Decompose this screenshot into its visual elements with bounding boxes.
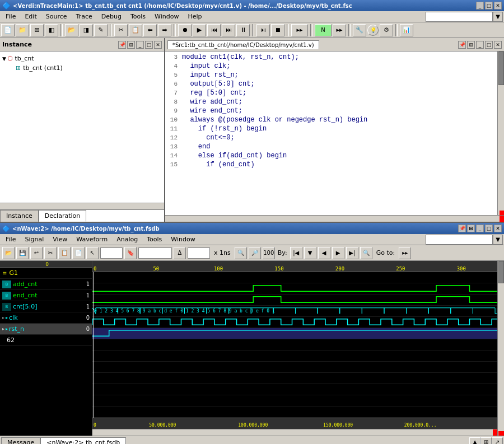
- wave-zoom-fit-btn[interactable]: 100: [263, 247, 275, 259]
- signal-clk[interactable]: ▸ ▸ clk 0: [0, 312, 92, 324]
- signal-rst-n[interactable]: ▸ ▸ rst_n 0: [0, 324, 92, 335]
- wave-search-wave-btn[interactable]: 🔍: [360, 247, 372, 259]
- wave-copy-btn[interactable]: 📋: [58, 247, 71, 259]
- menu-source[interactable]: Source: [41, 12, 72, 21]
- source-line-7[interactable]: 7 reg [5:0] cnt;: [166, 88, 496, 97]
- wave-menu-analog[interactable]: Analog: [112, 235, 142, 244]
- instance-panel-max[interactable]: □: [145, 41, 153, 49]
- wave-marker-val[interactable]: 0: [138, 247, 172, 259]
- menu-edit[interactable]: Edit: [20, 12, 41, 21]
- wave-cursor-val[interactable]: 0: [100, 247, 123, 259]
- instance-scrollbar-h[interactable]: [0, 203, 164, 209]
- source-tab-label[interactable]: *Src1:tb_cnt.tb_cnt(/home/IC/Desktop/myv…: [167, 40, 319, 49]
- source-line-5[interactable]: 5 input rst_n;: [166, 71, 496, 80]
- tab-declaration[interactable]: Declaration: [39, 210, 86, 222]
- menu-tools[interactable]: Tools: [126, 12, 150, 21]
- status-up-btn[interactable]: ▲: [469, 437, 480, 445]
- close-btn[interactable]: ✕: [494, 2, 502, 10]
- tree-root[interactable]: ▼ ⬡ tb_cnt: [2, 54, 162, 63]
- source-content[interactable]: 3module cnt1(clk, rst_n, cnt);4 input cl…: [165, 52, 497, 215]
- menu-trace[interactable]: Trace: [72, 12, 97, 21]
- source-panel-float[interactable]: ⊞: [467, 41, 475, 49]
- wave-menu-window[interactable]: Window: [166, 235, 199, 244]
- tb3-btn[interactable]: ⊞: [30, 24, 44, 36]
- tb21-btn[interactable]: ▸▸: [333, 24, 346, 36]
- tree-child-item[interactable]: ⊞ tb_cnt (cnt1): [2, 63, 162, 73]
- source-scrollbar-v[interactable]: [497, 52, 504, 215]
- wave-row-rstn[interactable]: [92, 328, 497, 339]
- instance-panel-float[interactable]: ⊞: [127, 41, 135, 49]
- wave-by-left-btn[interactable]: |◀: [290, 247, 302, 259]
- new-btn[interactable]: 📄: [1, 24, 15, 36]
- wave-zoom-in-btn[interactable]: 🔍: [235, 247, 247, 259]
- tab-instance[interactable]: Instance: [0, 210, 39, 222]
- tb19-btn[interactable]: ▸▸: [291, 24, 308, 36]
- source-line-4[interactable]: 4 input clk;: [166, 62, 496, 71]
- wave-scrollbar-v[interactable]: [497, 261, 504, 436]
- wave-row-cnt[interactable]: 0 1 2 3 4 5 6 7 8 9 a b c d e f 0 1 2 3 …: [92, 306, 497, 317]
- source-line-9[interactable]: 9 wire end_cnt;: [166, 106, 496, 115]
- tb5-btn[interactable]: 📂: [65, 24, 78, 36]
- source-panel-max[interactable]: □: [485, 41, 493, 49]
- tb18-btn[interactable]: ⏹: [271, 24, 284, 36]
- source-line-10[interactable]: 10 always @(posedge clk or negedge rst_n…: [166, 115, 496, 124]
- tb22-btn[interactable]: 🔧: [353, 24, 366, 36]
- source-line-8[interactable]: 8 wire add_cnt;: [166, 97, 496, 106]
- main-search-input[interactable]: [426, 12, 493, 22]
- wave-row-add-cnt[interactable]: [92, 283, 497, 295]
- signal-g1[interactable]: ≡ G1: [0, 268, 92, 279]
- tb9-btn[interactable]: 📋: [129, 24, 142, 36]
- wave-row-end-cnt[interactable]: [92, 295, 497, 306]
- tb10-btn[interactable]: ⬅: [143, 24, 157, 36]
- tb25-btn[interactable]: 📊: [400, 24, 413, 36]
- source-scrollbar-h[interactable]: [165, 215, 504, 222]
- wave-pin-btn[interactable]: 📌: [458, 225, 466, 232]
- tb17-btn[interactable]: ⏯: [256, 24, 270, 36]
- wave-maximize-btn[interactable]: □: [485, 225, 493, 232]
- source-line-13[interactable]: 13 end: [166, 142, 496, 151]
- tb14-btn[interactable]: ⏮: [207, 24, 221, 36]
- instance-panel-min[interactable]: _: [136, 41, 144, 49]
- menu-file[interactable]: File: [1, 12, 20, 21]
- wave-delta-btn[interactable]: Δ: [174, 247, 186, 259]
- tb15-btn[interactable]: ⏭: [222, 24, 235, 36]
- source-panel-close[interactable]: ✕: [494, 41, 502, 49]
- wave-by-right-btn[interactable]: ▶|: [346, 247, 358, 259]
- status-export-btn[interactable]: ↗: [492, 437, 503, 445]
- wave-save-btn[interactable]: 💾: [16, 247, 29, 259]
- tab-message[interactable]: Message: [1, 437, 40, 445]
- wave-v-scroll-thumb[interactable]: [498, 261, 504, 283]
- tb8-btn[interactable]: ✂: [114, 24, 128, 36]
- tb16-btn[interactable]: ⏸: [236, 24, 250, 36]
- wave-float-btn[interactable]: ⊞: [467, 225, 475, 232]
- tb11-btn[interactable]: ➡: [158, 24, 171, 36]
- wave-menu-signal[interactable]: Signal: [20, 235, 48, 244]
- scroll-thumb[interactable]: [498, 52, 504, 85]
- wave-close-btn[interactable]: ✕: [494, 225, 502, 232]
- instance-panel-close[interactable]: ✕: [154, 41, 162, 49]
- wave-open-btn[interactable]: 📂: [2, 247, 15, 259]
- wave-scrollbar-h[interactable]: [92, 429, 497, 436]
- wave-titlebar-controls[interactable]: 📌 ⊞ _ □ ✕: [458, 225, 502, 232]
- wave-paste-btn[interactable]: 📄: [72, 247, 85, 259]
- wave-by-down-btn[interactable]: ▼: [304, 247, 316, 259]
- menu-help[interactable]: Help: [183, 12, 206, 21]
- tb24-btn[interactable]: ⚙: [380, 24, 393, 36]
- wave-menu-tools[interactable]: Tools: [142, 235, 166, 244]
- signal-cnt[interactable]: B cnt[5:0] 1: [0, 301, 92, 312]
- source-panel-pin[interactable]: 📌: [458, 41, 466, 49]
- instance-panel-pin[interactable]: 📌: [118, 41, 126, 49]
- status-grid-btn[interactable]: ⊞: [480, 437, 492, 445]
- tb6-btn[interactable]: ◨: [80, 24, 93, 36]
- menu-debug[interactable]: Debug: [97, 12, 126, 21]
- wave-undo-btn[interactable]: ↩: [30, 247, 43, 259]
- wave-menu-waveform[interactable]: Waveform: [72, 235, 112, 244]
- signal-add-cnt[interactable]: B add_cnt 1: [0, 279, 92, 290]
- menu-window[interactable]: Window: [150, 12, 183, 21]
- tb7-btn[interactable]: ✎: [94, 24, 108, 36]
- wave-menu-file[interactable]: File: [1, 235, 20, 244]
- wave-row-clk[interactable]: [92, 317, 497, 328]
- wave-menu-view[interactable]: View: [48, 235, 72, 244]
- main-search-btn[interactable]: ▼: [493, 12, 503, 22]
- wave-zoom-out-btn[interactable]: 🔎: [249, 247, 261, 259]
